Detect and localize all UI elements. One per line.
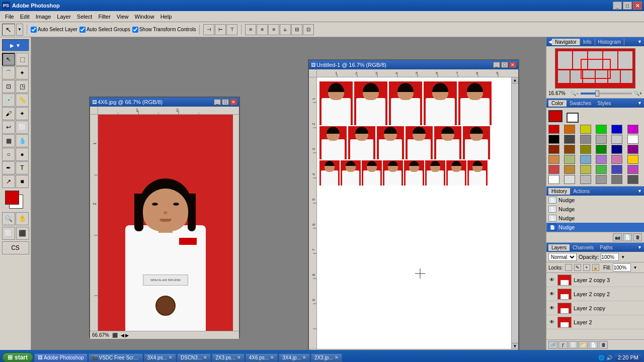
color-swatch-28[interactable] xyxy=(611,165,622,174)
layer-vis-copy3[interactable]: 👁 xyxy=(548,277,555,284)
taskbar-4x6ps[interactable]: 4X6.ps... ✕ xyxy=(246,353,278,362)
color-swatch-5[interactable] xyxy=(627,125,638,134)
fill-input[interactable] xyxy=(613,263,631,272)
opacity-input[interactable] xyxy=(601,253,619,261)
color-swatch-0[interactable] xyxy=(548,125,559,134)
layer-item-copy3[interactable]: 👁 Layer 2 copy 3 xyxy=(546,273,644,287)
tab-paths[interactable]: Paths xyxy=(597,244,616,251)
tab-swatches[interactable]: Swatches xyxy=(567,100,594,107)
layer-vis-2[interactable]: 👁 xyxy=(548,319,555,326)
start-button[interactable]: ⊞ start xyxy=(2,352,33,362)
dist-h-btn[interactable]: ⫝ xyxy=(280,24,291,35)
color-swatch-31[interactable] xyxy=(564,175,575,184)
eyedropper-tool[interactable]: 💉 xyxy=(2,94,15,107)
maximize-button[interactable]: □ xyxy=(623,2,632,10)
scroll-up-btn[interactable]: ▲ xyxy=(512,77,518,83)
2x3ps-close[interactable]: ✕ xyxy=(237,355,241,360)
color-swatch-32[interactable] xyxy=(580,175,591,184)
tab-history[interactable]: History xyxy=(548,188,570,195)
blend-mode-select[interactable]: Normal Multiply Screen xyxy=(548,253,577,261)
burn-tool[interactable]: ● xyxy=(16,148,29,161)
minimize-button[interactable]: _ xyxy=(613,2,622,10)
tab-navigator[interactable]: Navigator xyxy=(552,39,580,45)
tab-layers[interactable]: Layers xyxy=(548,244,570,251)
dist-bottom-btn[interactable]: ≡ xyxy=(268,24,279,35)
taskbar-2x3jp[interactable]: 2X3.jp... ✕ xyxy=(311,353,342,362)
color-swatch-4[interactable] xyxy=(611,125,622,134)
next-page-btn[interactable]: ▷ xyxy=(510,350,517,350)
nav-zoom-out-btn[interactable]: 🔍− xyxy=(571,91,579,96)
cs-live-btn[interactable]: CS xyxy=(2,241,29,254)
layer-item-2[interactable]: 👁 Layer 2 xyxy=(546,315,644,329)
dscn3-close[interactable]: ✕ xyxy=(203,355,207,360)
2x3jp-close[interactable]: ✕ xyxy=(335,355,339,360)
history-nudge-1[interactable]: 📄 Nudge xyxy=(546,196,644,205)
slice-tool[interactable]: ◳ xyxy=(16,80,29,93)
link-layers-btn[interactable]: 🔗 xyxy=(548,341,557,349)
prev-page-btn[interactable]: ◁ xyxy=(503,350,510,350)
dist-top-btn[interactable]: ≡ xyxy=(245,24,256,35)
color-swatch-21[interactable] xyxy=(596,155,607,164)
tab-channels[interactable]: Channels xyxy=(570,244,597,251)
color-swatch-34[interactable] xyxy=(611,175,622,184)
tab-styles[interactable]: Styles xyxy=(594,100,614,107)
clone-tool[interactable]: ✦ xyxy=(16,107,29,120)
color-swatch-24[interactable] xyxy=(548,165,559,174)
tab-histogram[interactable]: Histogram xyxy=(595,39,625,45)
color-swatch-6[interactable] xyxy=(548,135,559,144)
taskbar-dscn3[interactable]: DSCN3... ✕ xyxy=(177,353,211,362)
menu-window[interactable]: Window xyxy=(132,13,157,21)
history-nudge-2[interactable]: 📄 Nudge xyxy=(546,205,644,214)
color-swatch-18[interactable] xyxy=(548,155,559,164)
add-mask-btn[interactable]: ⬜ xyxy=(569,341,578,349)
nav-zoom-thumb[interactable] xyxy=(595,90,599,97)
gradient-tool[interactable]: ▦ xyxy=(2,134,15,147)
color-swatch-29[interactable] xyxy=(627,165,638,174)
color-swatch-3[interactable] xyxy=(596,125,607,134)
color-swatch-13[interactable] xyxy=(564,145,575,154)
show-transform-check[interactable]: Show Transform Controls xyxy=(132,27,196,33)
dist-v-btn[interactable]: ⊟ xyxy=(291,24,302,35)
fill-arrow[interactable]: ▼ xyxy=(633,265,637,270)
layer-vis-copy[interactable]: 👁 xyxy=(548,305,555,312)
full-screen-btn[interactable]: ⬛ xyxy=(16,227,29,240)
brush-tool[interactable]: 🖌 xyxy=(2,107,15,120)
dist-mid-btn[interactable]: ≡ xyxy=(257,24,268,35)
delete-layer-btn[interactable]: 🗑 xyxy=(599,341,608,349)
taskbar-3x4ps[interactable]: 3X4.ps... ✕ xyxy=(144,353,176,362)
taskbar-2x3ps[interactable]: 2X3.ps... ✕ xyxy=(212,353,244,362)
lock-transparency-btn[interactable] xyxy=(565,264,572,271)
color-swatch-7[interactable] xyxy=(564,135,575,144)
untitled-maximize[interactable]: □ xyxy=(501,62,508,68)
3x4jp-close[interactable]: ✕ xyxy=(302,355,306,360)
untitled-close[interactable]: ✕ xyxy=(509,62,516,68)
color-swatch-11[interactable] xyxy=(627,135,638,144)
history-delete-btn[interactable]: 🗑 xyxy=(633,233,642,241)
photo-4x6-minimize[interactable]: _ xyxy=(214,99,221,105)
menu-help[interactable]: Help xyxy=(157,13,175,21)
color-swatch-22[interactable] xyxy=(611,155,622,164)
color-swatch-19[interactable] xyxy=(564,155,575,164)
tab-actions[interactable]: Actions xyxy=(570,188,593,195)
history-new-doc-btn[interactable]: 📄 xyxy=(623,233,632,241)
4x6ps-close[interactable]: ✕ xyxy=(270,355,274,360)
taskbar-photoshop[interactable]: 🖼 Adobe Photoshop xyxy=(34,353,88,362)
nav-zoom-slider[interactable] xyxy=(581,93,631,95)
auto-select-layer-check[interactable]: Auto Select Layer xyxy=(31,27,77,33)
add-style-btn[interactable]: ƒ xyxy=(558,341,568,349)
menu-layer[interactable]: Layer xyxy=(54,13,74,21)
nav-zoom-in-btn[interactable]: 🔍+ xyxy=(634,91,642,96)
align-right-btn[interactable]: ⊤ xyxy=(226,24,237,35)
text-tool[interactable]: T xyxy=(16,161,29,174)
layers-collapse-btn[interactable]: ▼ xyxy=(637,245,642,250)
dist-r-btn[interactable]: ⊡ xyxy=(303,24,314,35)
history-nudge-3[interactable]: 📄 Nudge xyxy=(546,214,644,223)
color-swatch-27[interactable] xyxy=(596,165,607,174)
ruler-tool[interactable]: 📏 xyxy=(16,94,29,107)
color-swatch-14[interactable] xyxy=(580,145,591,154)
color-swatch-8[interactable] xyxy=(580,135,591,144)
history-new-snapshot-btn[interactable]: 📷 xyxy=(613,233,622,241)
align-center-btn[interactable]: ⊢ xyxy=(215,24,226,35)
color-swatch-33[interactable] xyxy=(596,175,607,184)
color-swatch-20[interactable] xyxy=(580,155,591,164)
